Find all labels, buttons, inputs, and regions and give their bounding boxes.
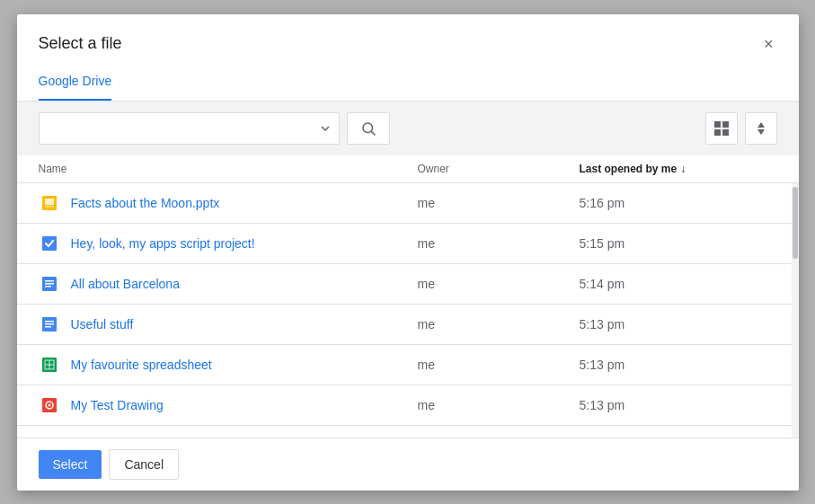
col-owner-header: Owner <box>418 163 580 175</box>
file-label: All about Barcelona <box>71 277 180 291</box>
file-label: Useful stuff <box>71 317 134 332</box>
table-row[interactable]: All about Barcelona me 5:14 pm <box>17 264 799 305</box>
last-opened-cell: 5:16 pm <box>580 196 777 210</box>
col-name-header: Name <box>39 163 418 175</box>
table-row[interactable]: My favourite spreadsheet me 5:13 pm <box>17 345 799 385</box>
grid-view-button[interactable] <box>705 112 738 145</box>
file-label: Hey, look, my apps script project! <box>71 236 255 251</box>
slides-icon <box>39 192 60 214</box>
owner-cell: me <box>418 196 580 210</box>
table-row[interactable]: My Test Drawing me 5:13 pm <box>17 385 799 426</box>
dialog-footer: Select Cancel <box>17 438 799 491</box>
table-row[interactable]: Hey, look, my apps script project! me 5:… <box>17 224 799 264</box>
file-label: Facts about the Moon.pptx <box>71 196 220 210</box>
svg-rect-16 <box>45 323 54 325</box>
owner-cell: me <box>418 277 580 291</box>
script-icon <box>39 233 60 254</box>
search-dropdown-button[interactable] <box>311 112 340 145</box>
tab-google-drive[interactable]: Google Drive <box>39 63 112 101</box>
last-opened-cell: 5:14 pm <box>580 277 777 291</box>
svg-rect-5 <box>722 129 729 136</box>
svg-line-1 <box>371 131 375 135</box>
file-label: My Test Drawing <box>71 398 164 412</box>
cancel-button[interactable]: Cancel <box>109 449 179 480</box>
chevron-down-icon <box>320 123 331 134</box>
file-name-cell: Useful stuff <box>39 314 418 335</box>
file-name-cell: Hey, look, my apps script project! <box>39 233 418 254</box>
svg-point-24 <box>48 403 50 406</box>
file-name-cell: All about Barcelona <box>39 273 418 295</box>
svg-rect-2 <box>714 121 721 128</box>
dialog-header: Select a file × <box>17 14 799 56</box>
scrollbar-thumb <box>793 187 798 259</box>
svg-rect-9 <box>42 236 57 251</box>
svg-rect-3 <box>722 121 729 128</box>
select-file-dialog: Select a file × Google Drive <box>17 14 799 491</box>
close-button[interactable]: × <box>760 32 777 56</box>
file-name-cell: My favourite spreadsheet <box>39 354 418 376</box>
search-container <box>39 112 340 145</box>
scrollbar[interactable] <box>792 183 799 438</box>
owner-cell: me <box>418 398 580 412</box>
svg-rect-4 <box>714 129 721 136</box>
search-button[interactable] <box>347 112 390 145</box>
svg-rect-17 <box>45 326 51 328</box>
svg-rect-11 <box>45 280 54 282</box>
search-input[interactable] <box>39 112 340 145</box>
svg-point-0 <box>363 123 373 133</box>
owner-cell: me <box>418 358 580 372</box>
sort-icon <box>753 120 769 137</box>
last-opened-cell: 5:13 pm <box>580 398 777 412</box>
docs-icon <box>39 314 60 335</box>
file-list: Facts about the Moon.pptx me 5:16 pm Hey… <box>17 183 799 438</box>
svg-rect-15 <box>45 321 54 323</box>
dialog-title: Select a file <box>39 34 122 53</box>
last-opened-cell: 5:13 pm <box>580 358 777 372</box>
svg-rect-8 <box>45 206 54 208</box>
docs-icon <box>39 273 60 295</box>
table-row[interactable]: Useful stuff me 5:13 pm <box>17 305 799 345</box>
grid-icon <box>713 120 730 137</box>
svg-rect-12 <box>45 283 54 285</box>
file-name-cell: Facts about the Moon.pptx <box>39 192 418 214</box>
file-name-cell: My Test Drawing <box>39 394 418 416</box>
sheets-icon <box>39 354 60 376</box>
last-opened-cell: 5:13 pm <box>580 317 777 332</box>
toolbar <box>17 102 799 155</box>
file-label: My favourite spreadsheet <box>71 358 212 372</box>
col-last-header: Last opened by me ↓ <box>580 163 777 175</box>
svg-rect-13 <box>45 286 51 287</box>
select-button[interactable]: Select <box>39 450 102 479</box>
search-icon <box>360 120 376 137</box>
tabs-bar: Google Drive <box>17 63 799 102</box>
svg-rect-7 <box>45 199 54 205</box>
sort-button[interactable] <box>745 112 777 145</box>
drawing-icon <box>39 394 60 416</box>
table-row[interactable]: Facts about the Moon.pptx me 5:16 pm <box>17 183 799 224</box>
owner-cell: me <box>418 317 580 332</box>
last-opened-cell: 5:15 pm <box>580 236 777 251</box>
owner-cell: me <box>418 236 580 251</box>
table-header: Name Owner Last opened by me ↓ <box>17 155 799 183</box>
